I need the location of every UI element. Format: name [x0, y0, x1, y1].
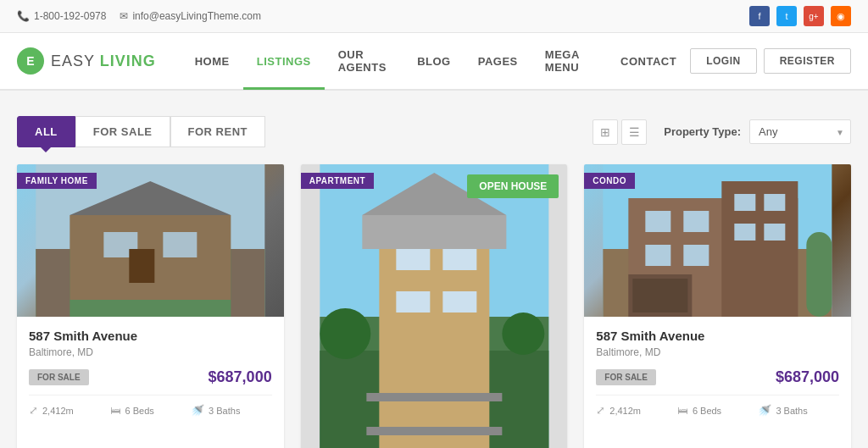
email-icon: ✉ [120, 10, 128, 22]
nav-mega-menu[interactable]: MEGA MENU [531, 32, 607, 90]
property-type-select[interactable]: Any Family Home Apartment Condo [749, 119, 851, 144]
stat-area-1: ⤢ 2,412m [29, 404, 110, 417]
listings-grid: FAMILY HOME 587 Smith Avenue Baltimore, … [17, 164, 851, 448]
for-sale-badge-3: FOR SALE [596, 369, 656, 385]
svg-rect-37 [807, 232, 832, 317]
listing-title-3: 587 Smith Avenue [596, 329, 839, 343]
nav-pages[interactable]: PAGES [465, 32, 531, 90]
nav-blog[interactable]: BLOG [403, 32, 465, 90]
area-icon-3: ⤢ [596, 404, 605, 417]
view-toggles: ⊞ ☰ [593, 119, 647, 145]
area-value-3: 2,412m [609, 406, 641, 416]
svg-rect-32 [684, 245, 709, 266]
svg-rect-19 [366, 393, 502, 401]
listing-card-1: FAMILY HOME 587 Smith Avenue Baltimore, … [17, 164, 284, 448]
svg-rect-5 [163, 232, 197, 257]
nav-buttons: LOGIN REGISTER [690, 48, 851, 74]
svg-point-22 [502, 312, 544, 355]
svg-point-21 [320, 308, 370, 359]
beds-value-3: 6 Beds [693, 406, 721, 416]
beds-value-1: 6 Beds [125, 406, 154, 416]
listing-image-3: CONDO [584, 164, 851, 317]
filter-tab-for-sale[interactable]: FOR SALE [75, 116, 170, 147]
google-plus-icon[interactable]: g+ [804, 6, 824, 26]
brand-bold: LIVING [100, 53, 156, 69]
list-view-toggle[interactable]: ☰ [621, 119, 647, 145]
nav-our-agents[interactable]: OUR AGENTS [325, 32, 404, 90]
listing-badge-2: APARTMENT [301, 173, 375, 189]
bed-icon-3: 🛏 [677, 404, 688, 417]
svg-rect-36 [633, 279, 688, 312]
listing-footer-3: FOR SALE $687,000 [596, 368, 839, 386]
listing-location-3: Baltimore, MD [596, 346, 839, 358]
property-type-label: Property Type: [664, 125, 741, 138]
nav-contact[interactable]: CONTACT [607, 32, 690, 90]
listing-body-1: 587 Smith Avenue Baltimore, MD FOR SALE … [17, 317, 284, 429]
property-type-filter: Property Type: Any Family Home Apartment… [664, 119, 851, 144]
brand-normal: EASY [51, 53, 100, 69]
svg-rect-26 [722, 181, 798, 317]
phone-info: 📞 1-800-192-0978 [17, 10, 106, 22]
email-address: info@easyLivingTheme.com [132, 10, 261, 22]
grid-view-toggle[interactable]: ⊞ [593, 119, 618, 145]
baths-value-1: 3 Baths [209, 406, 240, 416]
open-house-badge: OPEN HOUSE [467, 174, 559, 198]
svg-rect-33 [735, 224, 756, 241]
listing-card-3: CONDO 587 Smith Avenue Baltimore, MD FOR… [584, 164, 851, 448]
phone-number: 1-800-192-0978 [34, 10, 106, 22]
main-content: ALL FOR SALE FOR RENT ⊞ ☰ Property Type:… [0, 91, 868, 448]
listing-badge-1: FAMILY HOME [17, 173, 97, 189]
facebook-icon[interactable]: f [749, 6, 770, 26]
logo-letter: E [26, 54, 34, 68]
stat-beds-1: 🛏 6 Beds [110, 404, 192, 417]
area-icon-1: ⤢ [29, 404, 38, 417]
topbar-contact-info: 📞 1-800-192-0978 ✉ info@easyLivingTheme.… [17, 10, 261, 22]
register-button[interactable]: REGISTER [764, 48, 851, 74]
stat-area-3: ⤢ 2,412m [596, 404, 677, 417]
listing-title-1: 587 Smith Avenue [29, 329, 272, 343]
house-svg-2 [301, 164, 568, 448]
svg-rect-6 [129, 249, 154, 283]
filter-tab-for-rent[interactable]: FOR RENT [170, 116, 265, 147]
listing-price-1: $687,000 [209, 368, 272, 386]
listing-price-3: $687,000 [776, 368, 839, 386]
listing-stats-3: ⤢ 2,412m 🛏 6 Beds 🚿 3 Baths [596, 395, 839, 417]
svg-rect-30 [765, 194, 786, 211]
rss-icon[interactable]: ◉ [831, 6, 851, 26]
nav-listings[interactable]: LISTINGS [243, 32, 325, 90]
filter-tab-all[interactable]: ALL [17, 116, 75, 147]
listing-location-1: Baltimore, MD [29, 346, 272, 358]
svg-rect-27 [646, 211, 671, 232]
listing-stats-1: ⤢ 2,412m 🛏 6 Beds 🚿 3 Baths [29, 395, 272, 417]
main-nav: HOME LISTINGS OUR AGENTS BLOG PAGES MEGA… [181, 32, 690, 90]
listing-body-3: 587 Smith Avenue Baltimore, MD FOR SALE … [584, 317, 851, 429]
listing-footer-1: FOR SALE $687,000 [29, 368, 272, 386]
bath-icon-1: 🚿 [191, 404, 204, 417]
filter-bar: ALL FOR SALE FOR RENT ⊞ ☰ Property Type:… [17, 116, 851, 147]
login-button[interactable]: LOGIN [690, 48, 757, 74]
svg-rect-28 [684, 211, 709, 232]
for-sale-badge-1: FOR SALE [29, 369, 89, 385]
email-info: ✉ info@easyLivingTheme.com [120, 10, 261, 22]
listing-card-2: APARTMENT OPEN HOUSE 587 Smith Avenue [301, 164, 568, 448]
svg-rect-31 [646, 245, 671, 266]
logo[interactable]: E EASY LIVING [17, 47, 156, 75]
svg-rect-16 [442, 249, 476, 270]
area-value-1: 2,412m [42, 406, 74, 416]
svg-rect-18 [442, 291, 476, 312]
stat-beds-3: 🛏 6 Beds [677, 404, 759, 417]
stat-baths-1: 🚿 3 Baths [191, 404, 272, 417]
nav-home[interactable]: HOME [181, 32, 243, 90]
svg-rect-15 [396, 249, 430, 270]
listing-image-1: FAMILY HOME [17, 164, 284, 317]
logo-text: EASY LIVING [51, 53, 156, 70]
property-type-select-wrapper: Any Family Home Apartment Condo [749, 119, 851, 144]
listing-badge-3: CONDO [584, 173, 635, 189]
bed-icon-1: 🛏 [110, 404, 121, 417]
social-links: f t g+ ◉ [749, 6, 851, 26]
twitter-icon[interactable]: t [776, 6, 797, 26]
svg-rect-29 [735, 194, 756, 211]
svg-rect-8 [231, 249, 264, 317]
phone-icon: 📞 [17, 10, 30, 22]
filter-tabs: ALL FOR SALE FOR RENT [17, 116, 265, 147]
